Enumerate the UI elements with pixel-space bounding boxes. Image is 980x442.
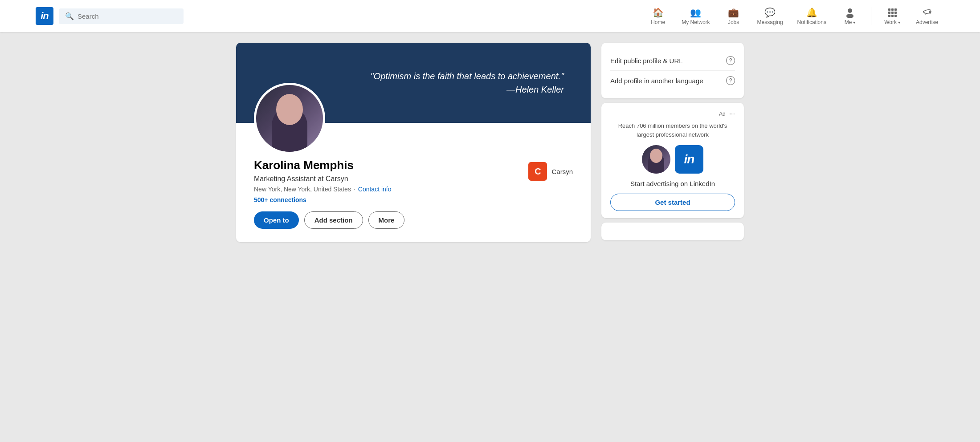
- advertise-icon: [922, 7, 932, 18]
- nav-label-home: Home: [651, 19, 665, 25]
- profile-banner: "Optimism is the faith that leads to ach…: [236, 43, 591, 123]
- svg-rect-10: [894, 15, 897, 17]
- messaging-icon: 💬: [764, 7, 776, 18]
- search-input[interactable]: [78, 12, 177, 20]
- svg-rect-5: [888, 12, 890, 14]
- profile-name: Karolina Memphis: [254, 158, 404, 172]
- home-icon: 🏠: [653, 7, 664, 18]
- get-started-button[interactable]: Get started: [610, 194, 735, 211]
- ad-card: Ad ··· Reach 706 million members on the …: [601, 103, 744, 218]
- svg-rect-9: [891, 15, 894, 17]
- ad-header: Ad ···: [610, 110, 735, 118]
- network-icon: 👥: [690, 7, 701, 18]
- svg-rect-7: [894, 12, 897, 14]
- logo-text: in: [41, 10, 49, 22]
- add-language-help-icon[interactable]: ?: [726, 76, 735, 85]
- nav-label-notifications: Notifications: [797, 19, 826, 25]
- nav-item-my-network[interactable]: 👥 My Network: [675, 4, 716, 29]
- main-content: "Optimism is the faith that leads to ach…: [227, 43, 753, 242]
- profile-company[interactable]: C Carsyn: [528, 162, 573, 181]
- ad-description: Reach 706 million members on the world's…: [610, 122, 735, 139]
- ad-avatar: [642, 145, 670, 174]
- navbar: in 🔍 🏠 Home 👥 My Network 💼 Jobs 💬 Messag…: [0, 0, 980, 32]
- svg-rect-2: [888, 8, 890, 11]
- ad-visuals: in: [610, 145, 735, 174]
- right-panel: Edit public profile & URL ? Add profile …: [601, 43, 744, 242]
- add-language-row[interactable]: Add profile in another language ?: [610, 70, 735, 90]
- ad-label: Ad: [719, 111, 726, 117]
- svg-point-0: [848, 8, 852, 13]
- edit-profile-help-icon[interactable]: ?: [726, 56, 735, 65]
- contact-info-link[interactable]: Contact info: [358, 186, 392, 193]
- svg-rect-4: [894, 8, 897, 11]
- avatar-image: [256, 85, 323, 152]
- profile-quote: "Optimism is the faith that leads to ach…: [371, 69, 564, 96]
- notifications-icon: 🔔: [806, 7, 817, 18]
- sidebar-profile-card: Edit public profile & URL ? Add profile …: [601, 43, 744, 98]
- search-container[interactable]: 🔍: [59, 8, 184, 24]
- profile-left-info: Karolina Memphis Marketing Assistant at …: [254, 158, 404, 229]
- ad-li-text: in: [684, 152, 694, 166]
- nav-item-jobs[interactable]: 💼 Jobs: [718, 4, 749, 29]
- connections-link[interactable]: 500+ connections: [254, 196, 404, 203]
- svg-rect-8: [888, 15, 890, 17]
- profile-location: New York, New York, United States · Cont…: [254, 186, 404, 193]
- nav-label-jobs: Jobs: [728, 19, 739, 25]
- nav-label-my-network: My Network: [682, 19, 710, 25]
- nav-item-home[interactable]: 🏠 Home: [642, 4, 674, 29]
- bottom-card-partial: [601, 223, 744, 240]
- ad-cta-text: Start advertising on LinkedIn: [610, 180, 735, 187]
- nav-label-messaging: Messaging: [757, 19, 783, 25]
- nav-item-notifications[interactable]: 🔔 Notifications: [791, 4, 833, 29]
- profile-card: "Optimism is the faith that leads to ach…: [236, 43, 591, 242]
- nav-item-work[interactable]: Work: [877, 4, 908, 29]
- nav-divider: [871, 7, 871, 25]
- linkedin-logo[interactable]: in: [36, 7, 53, 25]
- ad-options-button[interactable]: ···: [729, 110, 735, 118]
- nav-item-messaging[interactable]: 💬 Messaging: [751, 4, 789, 29]
- nav-label-me: Me: [845, 19, 855, 25]
- edit-profile-row[interactable]: Edit public profile & URL ?: [610, 51, 735, 70]
- action-buttons: Open to Add section More: [254, 211, 404, 229]
- add-language-text: Add profile in another language: [610, 77, 703, 85]
- nav-label-advertise: Advertise: [916, 19, 938, 25]
- svg-rect-3: [891, 8, 894, 11]
- edit-profile-text: Edit public profile & URL: [610, 57, 683, 65]
- company-name: Carsyn: [551, 168, 573, 175]
- work-icon: [887, 7, 897, 18]
- svg-point-1: [846, 14, 853, 18]
- more-button[interactable]: More: [368, 211, 405, 229]
- jobs-icon: 💼: [728, 7, 739, 18]
- nav-item-me[interactable]: Me: [834, 4, 866, 29]
- nav-item-advertise[interactable]: Advertise: [910, 4, 944, 29]
- profile-avatar[interactable]: [254, 83, 325, 154]
- company-logo: C: [528, 162, 547, 181]
- profile-info-main: Karolina Memphis Marketing Assistant at …: [254, 158, 573, 229]
- ad-linkedin-logo: in: [675, 145, 703, 174]
- add-section-button[interactable]: Add section: [304, 211, 363, 229]
- profile-title: Marketing Assistant at Carsyn: [254, 175, 404, 183]
- search-icon: 🔍: [65, 12, 74, 20]
- svg-rect-6: [891, 12, 894, 14]
- nav-label-work: Work: [884, 19, 900, 25]
- nav-items: 🏠 Home 👥 My Network 💼 Jobs 💬 Messaging 🔔…: [642, 4, 944, 29]
- me-icon: [845, 7, 855, 18]
- open-to-button[interactable]: Open to: [254, 211, 299, 229]
